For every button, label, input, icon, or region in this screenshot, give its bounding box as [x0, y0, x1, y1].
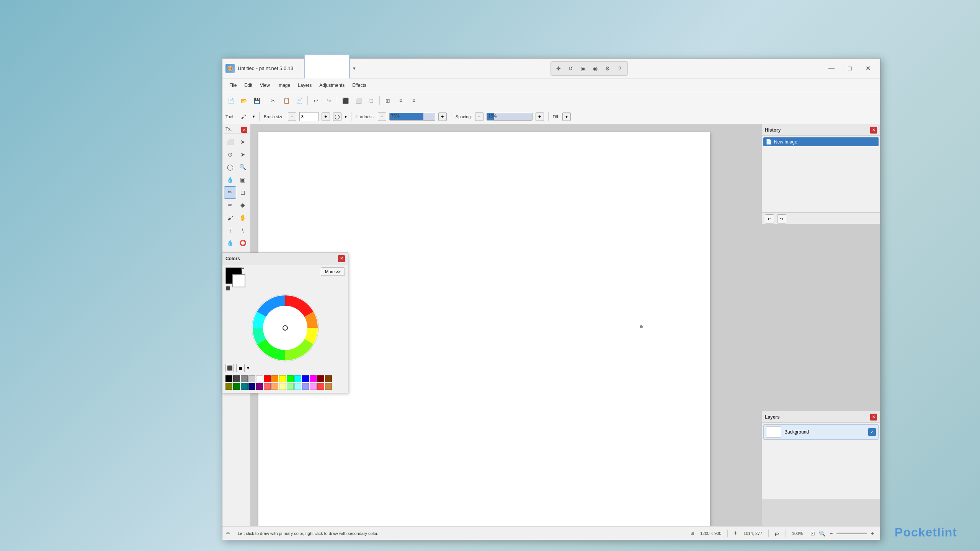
swap-colors-btn[interactable]: ⇄ [241, 267, 244, 272]
paste-btn[interactable]: 📄 [293, 95, 305, 107]
tool-shapes[interactable]: ⭕ [237, 237, 249, 249]
tool-paint-bucket[interactable]: 💧 [224, 174, 236, 186]
color-sample-btn[interactable]: ◼ [236, 364, 245, 372]
colors-close-btn[interactable]: ✕ [338, 255, 345, 262]
palette-color-magenta[interactable] [310, 375, 317, 382]
cut-btn[interactable]: ✂ [267, 95, 279, 107]
color-wheel[interactable] [251, 293, 320, 362]
tool-ellipse[interactable]: ◯ [224, 161, 236, 173]
deselect-btn[interactable]: □ [365, 95, 377, 107]
tool-icon-btn[interactable]: 🖌 [237, 111, 250, 123]
spacing-minus[interactable]: − [475, 112, 483, 121]
layers-close-btn[interactable]: ✕ [870, 414, 877, 421]
history-redo-btn[interactable]: ↪ [777, 214, 786, 223]
palette-color-teal[interactable] [241, 383, 248, 390]
brush-size-input[interactable] [299, 112, 318, 121]
zoom-out-btn[interactable]: − [827, 530, 835, 537]
palette-color-darkgreen[interactable] [233, 383, 240, 390]
palette-color-white[interactable] [256, 375, 263, 382]
tools-icon-help[interactable]: ? [614, 63, 625, 74]
tool-lasso[interactable]: ⊙ [224, 148, 236, 161]
palette-color-red[interactable] [264, 375, 271, 382]
resize-btn[interactable]: ⬜ [352, 95, 364, 107]
reset-colors-btn[interactable]: ⬛ [225, 286, 230, 290]
palette-color-black[interactable] [225, 375, 232, 382]
tool-color-picker[interactable]: 💧 [224, 237, 236, 249]
brush-style-btn[interactable]: ◯ [333, 112, 341, 121]
palette-color-lred[interactable] [264, 383, 271, 390]
toolbox-close[interactable]: ✕ [241, 127, 247, 133]
hardness-plus[interactable]: + [438, 112, 447, 121]
palette-color-lcyan[interactable] [294, 383, 301, 390]
palette-color-lmagenta[interactable] [310, 383, 317, 390]
palette-color-lgray[interactable] [248, 375, 255, 382]
palette-color-lgreen[interactable] [287, 383, 294, 390]
palette-color-lorange[interactable] [271, 383, 278, 390]
palette-color-lyellow[interactable] [279, 383, 286, 390]
menu-view[interactable]: View [256, 81, 274, 90]
copy-btn[interactable]: 📋 [280, 95, 292, 107]
tools-icon-2[interactable]: ↺ [565, 63, 576, 74]
palette-color-tan[interactable] [325, 383, 332, 390]
palette-color-dgray[interactable] [233, 375, 240, 382]
tools-icon-1[interactable]: ✥ [553, 63, 564, 74]
open-btn[interactable]: 📂 [238, 95, 250, 107]
zoom-search-btn[interactable]: 🔍 [818, 530, 826, 537]
tool-gradient[interactable]: ▣ [237, 174, 249, 186]
tool-text[interactable]: T [224, 224, 236, 236]
brush-size-plus[interactable]: + [322, 112, 330, 121]
tool-eraser[interactable]: ◻ [237, 186, 249, 199]
zoom-fit-btn[interactable]: ⊡ [809, 530, 817, 537]
tool-zoom[interactable]: 🔍 [237, 161, 249, 173]
hardness-slider[interactable]: 75% [389, 113, 435, 121]
palette-color-brown[interactable] [325, 375, 332, 382]
tool-paintbrush[interactable]: ✏ [224, 186, 236, 199]
undo-btn[interactable]: ↩ [310, 95, 322, 107]
menu-layers[interactable]: Layers [294, 81, 315, 90]
tool-rectangle-select[interactable]: ⬜ [224, 136, 236, 148]
resize-handle[interactable] [640, 325, 643, 328]
palette-color-gray[interactable] [241, 375, 248, 382]
fill-dropdown[interactable]: ▾ [562, 112, 571, 121]
grid-btn[interactable]: ⊞ [382, 95, 394, 107]
layer-visible-checkbox[interactable]: ✓ [868, 428, 876, 436]
snap-btn[interactable]: ≡ [408, 95, 420, 107]
crop-btn[interactable]: ⬛ [339, 95, 351, 107]
spacing-slider[interactable]: 15% [487, 113, 532, 121]
palette-color-blue[interactable] [302, 375, 309, 382]
menu-effects[interactable]: Effects [348, 81, 370, 90]
palette-color-yellow[interactable] [279, 375, 286, 382]
save-btn[interactable]: 💾 [251, 95, 263, 107]
brush-size-minus[interactable]: − [288, 112, 296, 121]
zoom-slider[interactable] [836, 533, 867, 534]
palette-color-lblue[interactable] [302, 383, 309, 390]
history-item-new-image[interactable]: 📄 New Image [763, 137, 879, 146]
tools-icon-3[interactable]: ▣ [578, 63, 588, 74]
tool-shape[interactable]: ◆ [237, 199, 249, 211]
history-close-btn[interactable]: ✕ [870, 127, 877, 134]
menu-image[interactable]: Image [274, 81, 294, 90]
tool-smudge[interactable]: ✋ [237, 212, 249, 224]
menu-edit[interactable]: Edit [240, 81, 256, 90]
menu-file[interactable]: File [225, 81, 240, 90]
palette-color-cyan[interactable] [294, 375, 301, 382]
tool-move[interactable]: ➤ [237, 136, 249, 148]
more-colors-btn[interactable]: More >> [321, 267, 345, 276]
spacing-plus[interactable]: + [536, 112, 544, 121]
new-file-btn[interactable]: 📄 [225, 95, 237, 107]
rulers-btn[interactable]: ≡ [395, 95, 407, 107]
tools-icon-settings[interactable]: ⚙ [602, 63, 613, 74]
tool-line[interactable]: \ [237, 224, 249, 236]
tool-dropdown-arrow[interactable]: ▾ [253, 114, 255, 119]
thumb-dropdown[interactable]: ▾ [353, 65, 356, 71]
color-mode-btn[interactable]: ⬛ [225, 364, 234, 372]
palette-color-green[interactable] [287, 375, 294, 382]
palette-color-olive[interactable] [225, 383, 232, 390]
maximize-button[interactable]: □ [841, 62, 859, 75]
history-undo-btn[interactable]: ↩ [765, 214, 774, 223]
hardness-minus[interactable]: − [378, 112, 386, 121]
secondary-color-swatch[interactable] [232, 274, 245, 287]
zoom-in-btn[interactable]: + [869, 530, 876, 537]
brush-style-arrow[interactable]: ▾ [345, 114, 347, 119]
palette-color-navy[interactable] [248, 383, 255, 390]
